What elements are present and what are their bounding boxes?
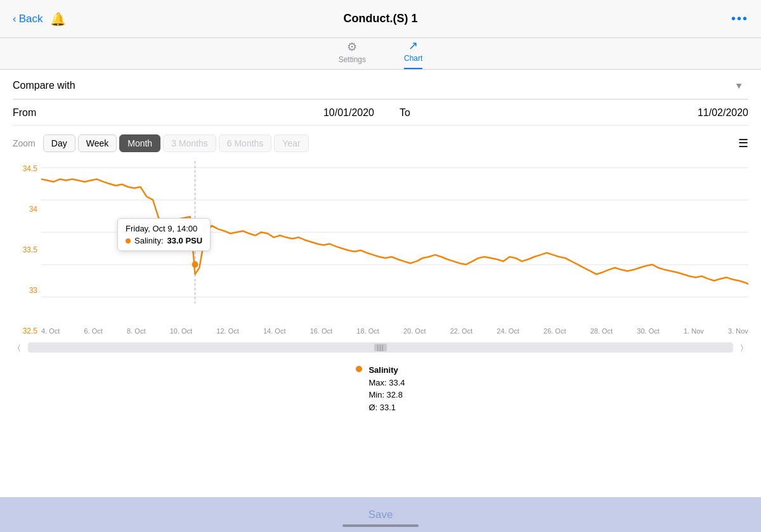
tab-settings[interactable]: ⚙ Settings: [339, 40, 366, 69]
y-label-3: 33: [13, 286, 41, 295]
zoom-6months-button[interactable]: 6 Months: [219, 134, 272, 152]
y-label-1: 34: [13, 205, 41, 214]
x-label-15: 3. Nov: [728, 327, 748, 335]
tab-bar: ⚙ Settings ↗ Chart: [0, 38, 761, 70]
bell-icon[interactable]: 🔔: [50, 11, 66, 27]
to-label: To: [400, 107, 425, 119]
back-label: Back: [19, 13, 43, 25]
x-label-1: 6. Oct: [84, 327, 103, 335]
x-label-14: 1. Nov: [684, 327, 704, 335]
x-label-8: 20. Oct: [403, 327, 426, 335]
back-button[interactable]: ‹ Back: [13, 13, 42, 25]
home-indicator: [342, 524, 419, 527]
compare-arrow-icon: ▼: [734, 81, 743, 91]
main-content: Compare with ▼ From 10/01/2020 To 11/02/…: [0, 70, 761, 497]
zoom-month-button[interactable]: Month: [119, 134, 160, 152]
scrollbar-track[interactable]: |||: [28, 342, 733, 353]
x-label-12: 28. Oct: [590, 327, 613, 335]
scrollbar-row: 〈 ||| 〉: [13, 341, 748, 354]
zoom-year-button[interactable]: Year: [274, 134, 308, 152]
chart-svg-area: Friday, Oct 9, 14:00 Salinity: 33.0 PSU: [41, 161, 748, 323]
y-label-0: 34.5: [13, 164, 41, 173]
x-label-13: 30. Oct: [637, 327, 659, 335]
x-label-5: 14. Oct: [263, 327, 285, 335]
tooltip-value: Salinity: 33.0 PSU: [126, 236, 202, 245]
legend-dot-icon: [356, 366, 362, 372]
tab-settings-label: Settings: [339, 55, 366, 64]
legend-series-name: Salinity: [368, 364, 405, 377]
svg-point-6: [192, 261, 198, 268]
tooltip-title: Friday, Oct 9, 14:00: [126, 224, 202, 233]
compare-wrapper: Compare with ▼: [13, 80, 748, 91]
zoom-day-button[interactable]: Day: [43, 134, 75, 152]
x-label-3: 10. Oct: [170, 327, 192, 335]
x-label-2: 8. Oct: [127, 327, 145, 335]
zoom-week-button[interactable]: Week: [78, 134, 117, 152]
y-label-2: 33.5: [13, 245, 41, 254]
tooltip-value-text: 33.0 PSU: [167, 236, 203, 245]
x-label-7: 18. Oct: [356, 327, 379, 335]
more-button[interactable]: •••: [731, 11, 748, 26]
x-label-6: 16. Oct: [310, 327, 332, 335]
x-label-4: 12. Oct: [216, 327, 238, 335]
settings-icon: ⚙: [347, 40, 357, 54]
to-date-value: 11/02/2020: [425, 107, 748, 119]
date-range-row: From 10/01/2020 To 11/02/2020: [13, 107, 748, 126]
y-label-4: 32.5: [13, 327, 41, 335]
legend-min: Min: 32.8: [368, 389, 405, 401]
scroll-left-button[interactable]: 〈: [13, 341, 25, 354]
header: ‹ Back 🔔 Conduct.(S) 1 •••: [0, 0, 761, 38]
legend-text: Salinity Max: 33.4 Min: 32.8 Ø: 33.1: [368, 364, 405, 413]
chart-legend: Salinity Max: 33.4 Min: 32.8 Ø: 33.1: [13, 364, 748, 413]
zoom-label: Zoom: [13, 138, 36, 148]
header-left: ‹ Back 🔔: [13, 11, 66, 27]
x-label-9: 22. Oct: [450, 327, 472, 335]
zoom-row: Zoom Day Week Month 3 Months 6 Months Ye…: [13, 134, 748, 152]
from-date-value: 10/01/2020: [51, 107, 400, 119]
scrollbar-handle[interactable]: |||: [374, 344, 387, 351]
compare-row: Compare with ▼: [13, 80, 748, 100]
x-axis: 4. Oct 6. Oct 8. Oct 10. Oct 12. Oct 14.…: [41, 323, 748, 339]
legend-max: Max: 33.4: [368, 377, 405, 389]
page-title: Conduct.(S) 1: [344, 12, 418, 25]
chart-container: 34.5 34 33.5 33 32.5: [13, 161, 748, 339]
chart-tooltip: Friday, Oct 9, 14:00 Salinity: 33.0 PSU: [117, 218, 211, 251]
chart-menu-icon[interactable]: ☰: [738, 136, 748, 150]
x-label-0: 4. Oct: [41, 327, 60, 335]
legend-item: Salinity Max: 33.4 Min: 32.8 Ø: 33.1: [356, 364, 405, 413]
from-label: From: [13, 107, 51, 119]
x-label-11: 26. Oct: [543, 327, 566, 335]
zoom-3months-button[interactable]: 3 Months: [163, 134, 216, 152]
tab-chart[interactable]: ↗ Chart: [404, 39, 422, 69]
legend-avg: Ø: 33.1: [368, 401, 405, 414]
handle-grip-icon: |||: [377, 344, 384, 351]
y-axis: 34.5 34 33.5 33 32.5: [13, 161, 41, 339]
tab-chart-label: Chart: [404, 54, 422, 63]
chart-icon: ↗: [408, 39, 418, 53]
x-label-10: 24. Oct: [497, 327, 519, 335]
save-button-label: Save: [368, 509, 393, 521]
compare-select[interactable]: Compare with: [13, 80, 748, 91]
scroll-right-button[interactable]: 〉: [736, 341, 748, 354]
back-chevron-icon: ‹: [13, 13, 16, 25]
tooltip-series: Salinity:: [134, 236, 164, 245]
tooltip-dot-icon: [126, 238, 131, 243]
